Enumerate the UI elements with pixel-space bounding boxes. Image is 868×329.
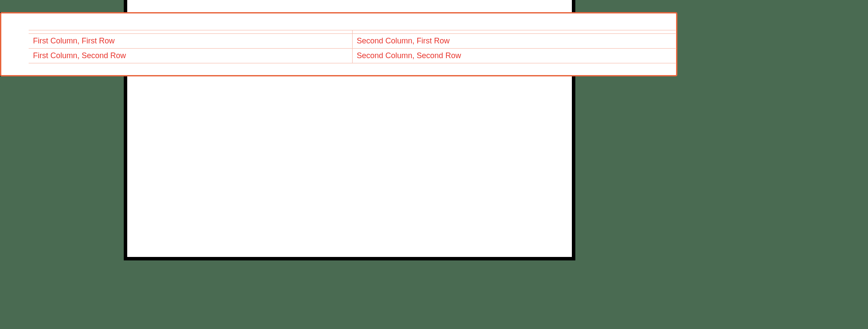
table-header-row: [29, 30, 676, 34]
table-cell[interactable]: First Column, First Row: [29, 34, 352, 49]
table-cell[interactable]: First Column, Second Row: [29, 49, 352, 63]
table-cell[interactable]: Second Column, Second Row: [352, 49, 676, 63]
table-header-cell: [29, 30, 352, 34]
table-cell[interactable]: Second Column, First Row: [352, 34, 676, 49]
data-table: First Column, First Row Second Column, F…: [29, 30, 676, 63]
table-row[interactable]: First Column, Second Row Second Column, …: [29, 49, 676, 63]
table-row[interactable]: First Column, First Row Second Column, F…: [29, 34, 676, 49]
overlay-panel: First Column, First Row Second Column, F…: [0, 12, 677, 76]
table-header-cell: [352, 30, 676, 34]
